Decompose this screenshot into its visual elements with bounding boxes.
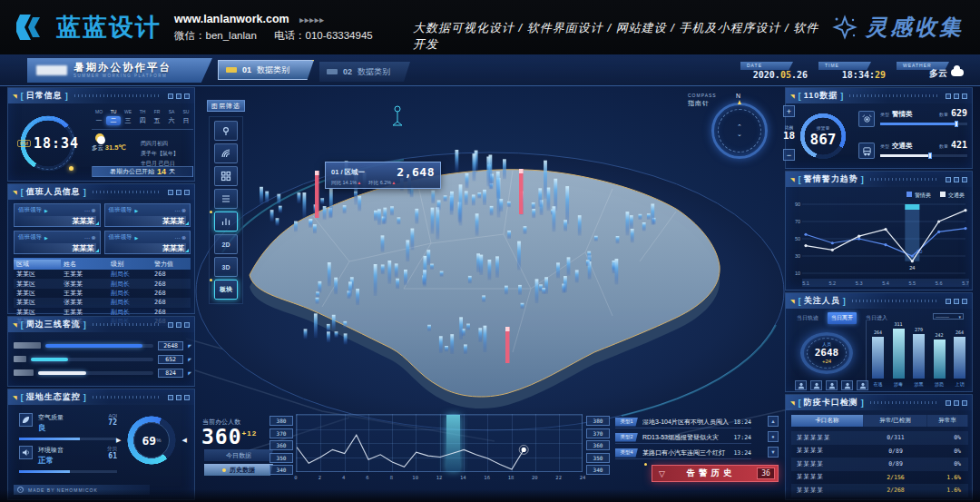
card-options-icon[interactable]: ⋯ ⊗ [84, 234, 96, 241]
panel-duty-personnel: ◥[值班人员信息] 值班领导▶⋯ ⊗某某某值班领导▶⋯ ⊗某某某值班领导▶⋯ ⊗… [7, 183, 195, 314]
layer-mode-2D[interactable]: 2D [214, 234, 238, 254]
panel-title: 湿地生态监控 [26, 391, 81, 403]
x-axis-value: 20 [532, 475, 538, 480]
duty-table-header: 区域姓名级别警力值 [14, 258, 191, 270]
duty-name: 某某某 [18, 243, 96, 253]
time-widget: TIME 18:34:29 [813, 62, 886, 80]
eco-gauge-value: 69 [142, 434, 157, 448]
scroll-up-icon[interactable]: ▲ [768, 416, 779, 427]
compass-label-cn: 指南针 [688, 99, 717, 108]
duty-card[interactable]: 值班领导▶⋯ ⊗某某某 [14, 231, 101, 254]
slider-handle[interactable] [928, 153, 932, 159]
alarm-type-item: 类型交通类数量421 [858, 140, 967, 169]
office-btn-today[interactable]: 今日数据 [204, 449, 273, 461]
table-row[interactable]: 某某区王某某副局长268 [14, 270, 191, 279]
panel-controls[interactable] [168, 395, 190, 400]
alert-type-badge: 类型1 [615, 418, 638, 427]
focus-bar: 279涉黑 [913, 334, 925, 379]
checkpoint-rate: 1.6% [927, 474, 968, 481]
duty-card[interactable]: 值班领导▶⋯ ⊗某某某 [104, 231, 191, 254]
zoom-out-button[interactable]: − [783, 149, 795, 161]
panel-trend: ◥[警情警力趋势] 警情类交通类 907050301030245.15.25.3… [785, 171, 973, 290]
checkpoint-row[interactable]: 某某某某某0/3110% [791, 431, 968, 445]
alert-item[interactable]: 类型4某路口有小汽车连闯三个红灯13:24 [615, 447, 751, 459]
table-row[interactable]: 某某区张某某副局长268 [14, 298, 191, 307]
layer-radar-icon[interactable] [214, 143, 238, 163]
person-filter-icon[interactable] [826, 380, 838, 390]
bar-value: 279 [915, 327, 923, 332]
tab-data-category-02[interactable]: 02数据类别 [319, 62, 410, 82]
checkpoint-header-tab[interactable]: 卡口名称 [791, 415, 864, 427]
focus-tab[interactable]: 当日轨迹 [793, 312, 822, 324]
layer-list-icon[interactable] [214, 189, 238, 209]
slider-handle[interactable] [955, 121, 958, 127]
checkpoint-row[interactable]: 某某某某0/890% [791, 458, 968, 471]
brand-logo[interactable]: 蓝蓝设计 [0, 9, 162, 45]
y-axis-value: 350 [586, 453, 610, 463]
expand-icon [184, 94, 190, 99]
layer-location-icon[interactable] [214, 121, 238, 141]
tab-data-category-01[interactable]: 01数据类别 [218, 60, 314, 80]
flow-line-tag [14, 369, 34, 376]
alert-item[interactable]: 类型2RD13-53烟感报警疑似火灾17:24 [615, 431, 751, 444]
table-row[interactable]: 某某区张某某副局长268 [14, 279, 191, 288]
checkpoint-header-tab[interactable]: 异常率 [927, 415, 968, 427]
panel-controls[interactable] [168, 94, 190, 99]
checkpoint-name: 某某某某 [791, 460, 864, 468]
expand-icon [184, 322, 190, 328]
lunar-date: 闰四月初四 [141, 139, 179, 149]
layer-barchart-icon[interactable] [214, 212, 238, 231]
layer-cluster-icon[interactable] [214, 166, 238, 186]
checkpoint-header-tab[interactable]: 异常/已检测 [864, 415, 927, 427]
card-options-icon[interactable]: ⋯ ⊗ [174, 234, 186, 241]
collect-link[interactable]: 灵感收集 [831, 13, 964, 42]
tab-marker-icon [226, 67, 237, 73]
website-link[interactable]: www.lanlanwork.com [174, 13, 289, 25]
panel-controls[interactable] [168, 190, 190, 195]
compass-dial[interactable]: ⌃⌄ [711, 103, 768, 159]
card-options-icon[interactable]: ⋯ ⊗ [174, 207, 186, 213]
screenshot-root: 蓝蓝设计 www.lanlanwork.com ▸▸▸▸▸ 微信：ben_lan… [0, 0, 980, 502]
person-filter-icon[interactable] [795, 380, 807, 390]
layer-mode-板块[interactable]: 板块 [214, 280, 238, 300]
panel-controls[interactable] [946, 400, 967, 406]
x-axis-value: 12 [436, 475, 443, 480]
panel-controls[interactable] [946, 94, 967, 99]
checkpoint-detected: 0/311 [864, 434, 927, 441]
duty-card[interactable]: 值班领导▶⋯ ⊗某某某 [104, 203, 191, 227]
duty-card[interactable]: 值班领导▶⋯ ⊗某某某 [14, 203, 101, 227]
alert-item[interactable]: 类型1湿地3-104片区有不明人员闯入18:24 [615, 416, 751, 428]
panel-controls[interactable] [946, 299, 967, 304]
weekday-en: TH [135, 109, 150, 114]
card-options-icon[interactable]: ⋯ ⊗ [84, 207, 96, 213]
panel-controls[interactable] [946, 177, 967, 182]
bar-category: 涉黑 [915, 381, 924, 387]
person-filter-icon[interactable] [810, 380, 822, 390]
focus-bar-chart: ———▾ 264在逃311涉毒279涉黑242涉恐264上访 [866, 320, 967, 388]
zoom-in-button[interactable]: + [783, 105, 795, 117]
flow-value: 2648 [158, 341, 183, 350]
checkpoint-row[interactable]: 某某某某0/890% [791, 445, 968, 458]
scroll-down-icon[interactable]: ▼ [768, 447, 779, 458]
count-label: 数量 [939, 143, 948, 149]
checkpoint-row[interactable]: 某某某某2/1561.6% [791, 471, 968, 485]
services-list: 大数据可视化设计 / 软件界面设计 / 网站建设 / 手机及小程序设计 / 软件… [413, 20, 821, 53]
svg-text:90: 90 [795, 202, 800, 207]
chart-filter-dropdown[interactable]: ———▾ [933, 313, 964, 320]
checkpoint-row[interactable]: 某某某某2/2681.6% [791, 484, 968, 497]
checkpoint-name: 某某某某 [791, 487, 864, 495]
cell: 副局长 [108, 280, 152, 289]
panel-controls[interactable] [168, 322, 190, 328]
cell: 268 [152, 299, 191, 306]
focus-tab[interactable]: 当日离开 [828, 312, 857, 324]
scroll-dot-icon[interactable]: ● [768, 431, 779, 442]
x-axis-value: 14 [460, 475, 466, 480]
person-filter-icon[interactable] [841, 380, 853, 390]
alert-history-banner[interactable]: ▽ 告警历史 36 [652, 465, 779, 482]
layer-mode-3D[interactable]: 3D [214, 257, 238, 277]
focus-category-icons [795, 380, 868, 390]
office-btn-history[interactable]: 历史数据 [204, 464, 273, 476]
office-count-value: 360+12 [201, 425, 257, 448]
compass-label-en: COMPASS [688, 93, 717, 98]
table-row[interactable]: 某某区王某某副局长268 [14, 289, 191, 298]
